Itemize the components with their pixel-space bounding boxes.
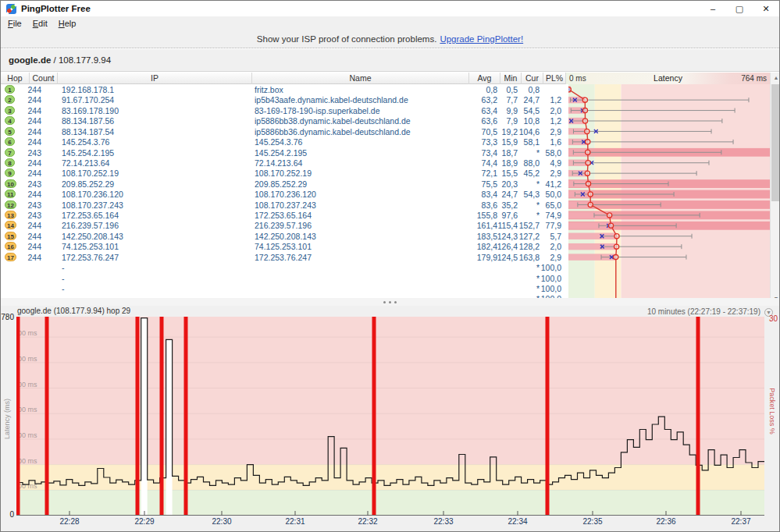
panel-splitter[interactable] [1,298,779,306]
cell-ip: 72.14.213.64 [62,158,109,168]
window-controls: – ▢ ✕ [700,1,779,16]
cell-name: 83-169-178-190-isp.superkabel.de [255,106,380,115]
minimize-button[interactable]: – [700,1,726,16]
menu-item-file[interactable]: File [2,17,27,30]
cell-count: 243 [1,200,41,210]
cell-ip: 83.169.178.190 [62,106,119,115]
latency-column-title: Latency [566,73,770,84]
col-header-ip[interactable]: IP [58,73,252,84]
menu-item-edit[interactable]: Edit [27,17,53,30]
cell-count: 244 [1,116,41,126]
graph-time-range[interactable]: 10 minutes (22:27:19 - 22:37:19) [647,307,760,316]
packet-loss-max-label: 30 [769,314,778,323]
cell-ip: 145.254.3.76 [62,137,109,147]
table-header: Hop Count IP Name Avg Min Cur PL% 0 ms L… [1,73,780,84]
cell-name: 108.170.236.120 [255,190,316,199]
col-header-hop[interactable]: Hop [1,73,30,84]
cell-ip: 192.168.178.1 [62,85,114,94]
cell-pl: 2,9 [522,127,561,137]
svg-text:00 ms: 00 ms [18,482,37,490]
x-tick-label: 22:30 [212,517,231,526]
scroll-up-icon[interactable]: ▲ [771,73,780,83]
cell-count: 244 [1,232,41,241]
cell-name: 142.250.208.143 [255,232,316,241]
cell-pl: 1,2 [522,116,561,126]
cell-pl: 58,0 [522,148,561,158]
banner-text: Show your ISP proof of connection proble… [257,34,437,44]
svg-text:00 ms: 00 ms [18,457,37,465]
maximize-button[interactable]: ▢ [726,1,753,16]
y-axis-min-label: 0 [1,510,14,519]
cell-name: 145.254.3.76 [255,137,302,147]
cell-ip: 142.250.208.143 [62,232,123,241]
x-tick-label: 22:28 [59,517,79,526]
latency-timeline-chart[interactable]: 00 ms00 ms00 ms00 ms00 ms00 ms00 ms [16,317,764,516]
cell-name: 172.253.76.247 [255,253,312,262]
svg-text:00 ms: 00 ms [18,406,37,413]
cell-ip: 108.170.237.243 [62,200,123,210]
cell-pl: 65,0 [522,200,561,210]
cell-name: 216.239.57.196 [255,221,312,230]
cell-count: 244 [1,85,41,94]
col-header-min[interactable]: Min [500,73,522,84]
title-bar[interactable]: PingPlotter Free – ▢ ✕ [1,1,779,16]
cell-count: 243 [1,179,41,189]
col-header-avg[interactable]: Avg [469,73,500,84]
app-window: PingPlotter Free – ▢ ✕ FileEditHelp Show… [0,0,780,532]
target-bar: google.de / 108.177.9.94 ▼ Interval 2,5 … [1,49,779,72]
cell-count: 243 [1,211,41,220]
col-header-pl[interactable]: PL% [543,73,566,84]
menu-item-help[interactable]: Help [53,17,82,30]
cell-pl: 77,9 [522,221,561,230]
cell-ip: 88.134.187.54 [62,127,114,137]
latency-scale-max: 764 ms [741,73,767,84]
cell-ip: 88.134.187.56 [62,116,114,126]
cell-name: 108.170.237.243 [255,200,316,210]
target-address: google.de / 108.177.9.94 [9,55,111,65]
x-tick-label: 22:29 [134,517,154,526]
cell-ip: - [62,263,65,272]
x-tick-label: 22:31 [285,517,305,526]
svg-text:00 ms: 00 ms [18,355,37,363]
cell-count: 244 [1,253,41,262]
col-header-name[interactable]: Name [252,73,469,84]
cell-ip: 108.170.236.120 [62,190,123,199]
cell-count: 244 [1,168,41,178]
cell-name: fritz.box [255,85,283,94]
col-header-cur[interactable]: Cur [522,73,543,84]
cell-count: 244 [1,106,41,115]
cell-count: 244 [1,95,41,105]
table-scrollbar[interactable]: ▲ ▼ [770,73,780,304]
upgrade-link[interactable]: Upgrade PingPlotter! [440,34,523,44]
cell-name: 172.253.65.164 [255,211,312,220]
hop-latency-minigraph[interactable] [568,84,770,304]
svg-text:00 ms: 00 ms [18,329,37,337]
cell-pl: 2,9 [522,253,561,262]
cell-count: 243 [1,148,41,158]
cell-pl: 1,6 [522,137,561,147]
cell-pl: 100,0 [522,284,561,293]
col-header-count[interactable]: Count [30,73,58,84]
cell-ip: 216.239.57.196 [62,221,119,230]
close-button[interactable]: ✕ [753,1,779,16]
cell-pl: 74,9 [522,211,561,220]
cell-name: 108.170.252.19 [255,168,312,178]
cell-ip: 91.67.170.254 [62,95,114,105]
cell-count: 244 [1,158,41,168]
svg-text:00 ms: 00 ms [18,381,37,388]
cell-pl: 2,0 [522,106,561,115]
menu-bar: FileEditHelp [1,16,779,30]
cell-pl: 2,0 [522,242,561,251]
upgrade-banner: Show your ISP proof of connection proble… [1,30,779,48]
cell-pl: 5,7 [522,232,561,241]
latency-column-header[interactable]: 0 ms Latency 764 ms [566,73,770,84]
cell-pl: 2,9 [522,168,561,178]
cell-count: 244 [1,137,41,147]
x-tick-label: 22:33 [433,517,453,526]
graph-title: google.de (108.177.9.94) hop 29 [17,307,130,315]
cell-cur: 0,8 [500,85,540,94]
x-tick-label: 22:37 [731,517,750,526]
cell-ip: 172.253.65.164 [62,211,119,220]
scrollbar-thumb[interactable] [771,84,780,201]
packet-loss-axis-label: Packet Loss % [768,380,776,442]
